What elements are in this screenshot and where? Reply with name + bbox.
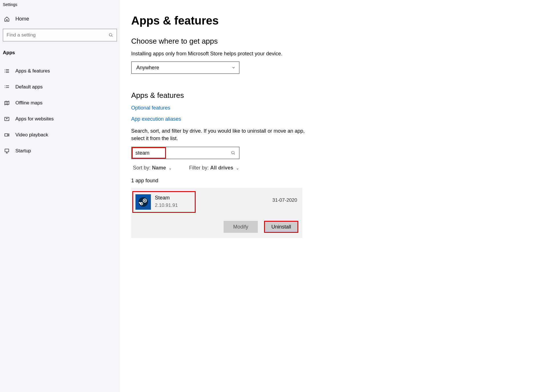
filter-value: All drives [210,165,233,171]
sidebar-item-apps-features[interactable]: Apps & features [0,63,120,79]
sidebar-item-label: Apps for websites [15,116,54,122]
list-description: Search, sort, and filter by drive. If yo… [131,127,308,142]
sort-filter-bar: Sort by: Name ⌄ Filter by: All drives ⌄ [131,165,539,171]
svg-line-1 [112,36,112,37]
sort-by[interactable]: Sort by: Name ⌄ [133,165,172,171]
page-title: Apps & features [131,14,539,27]
app-name: Steam [155,195,178,201]
app-list: Steam 2.10.91.91 31-07-2020 Modify Unins… [131,188,302,238]
link-app-aliases[interactable]: App execution aliases [131,116,181,122]
sort-value: Name [152,165,166,171]
sidebar-item-label: Startup [15,148,31,154]
svg-rect-16 [5,134,8,136]
home-icon [4,16,10,22]
app-install-date: 31-07-2020 [272,197,297,203]
sidebar-item-label: Video playback [15,132,48,138]
video-icon [4,132,10,138]
sidebar-item-default-apps[interactable]: Default apps [0,79,120,95]
sidebar-item-startup[interactable]: Startup [0,143,120,159]
svg-point-21 [232,151,234,154]
map-icon [4,100,10,106]
uninstall-button[interactable]: Uninstall [264,221,298,233]
filter-by[interactable]: Filter by: All drives ⌄ [189,165,239,171]
app-version: 2.10.91.91 [155,203,178,208]
svg-point-23 [138,197,148,207]
modify-button[interactable]: Modify [224,221,258,233]
sidebar-item-label: Apps & features [15,68,50,74]
sidebar: Settings Home Apps Apps & features Defau… [0,0,120,392]
chevron-down-icon: ⌄ [167,166,172,170]
steam-icon [135,194,151,210]
defaults-icon [4,84,10,90]
external-icon [4,116,10,122]
results-count: 1 app found [131,178,539,184]
svg-line-22 [234,153,235,154]
nav-home[interactable]: Home [0,12,120,26]
window-title: Settings [0,0,120,12]
sidebar-section-label: Apps [0,48,120,63]
nav-home-label: Home [15,16,29,22]
search-icon [231,151,236,155]
sidebar-item-apps-websites[interactable]: Apps for websites [0,111,120,127]
app-source-select[interactable]: Anywhere [131,61,240,74]
sidebar-item-video-playback[interactable]: Video playback [0,127,120,143]
sidebar-item-label: Offline maps [15,100,42,106]
sidebar-item-offline-maps[interactable]: Offline maps [0,95,120,111]
list-icon [4,68,10,74]
app-actions: Modify Uninstall [131,216,302,238]
chevron-down-icon [232,66,236,70]
app-list-item[interactable]: Steam 2.10.91.91 31-07-2020 [131,188,302,216]
svg-marker-12 [5,101,9,105]
app-source-value: Anywhere [136,65,159,71]
app-search[interactable]: steam [131,147,240,159]
sidebar-search-input[interactable] [7,32,109,38]
svg-rect-18 [5,149,9,152]
filter-label: Filter by: [189,165,209,171]
svg-point-0 [109,33,112,36]
choose-hint: Installing apps only from Microsoft Stor… [131,51,539,57]
choose-heading: Choose where to get apps [131,37,539,46]
chevron-down-icon: ⌄ [235,166,239,170]
sort-label: Sort by: [133,165,151,171]
app-search-value[interactable]: steam [132,147,166,159]
svg-point-25 [144,200,145,201]
link-optional-features[interactable]: Optional features [131,105,170,111]
app-highlight: Steam 2.10.91.91 [132,191,196,213]
sidebar-item-label: Default apps [15,84,42,90]
search-icon [109,33,113,37]
sidebar-search[interactable] [3,29,117,41]
apps-features-heading: Apps & features [131,91,539,100]
startup-icon [4,148,10,154]
main-content: Apps & features Choose where to get apps… [120,0,539,392]
